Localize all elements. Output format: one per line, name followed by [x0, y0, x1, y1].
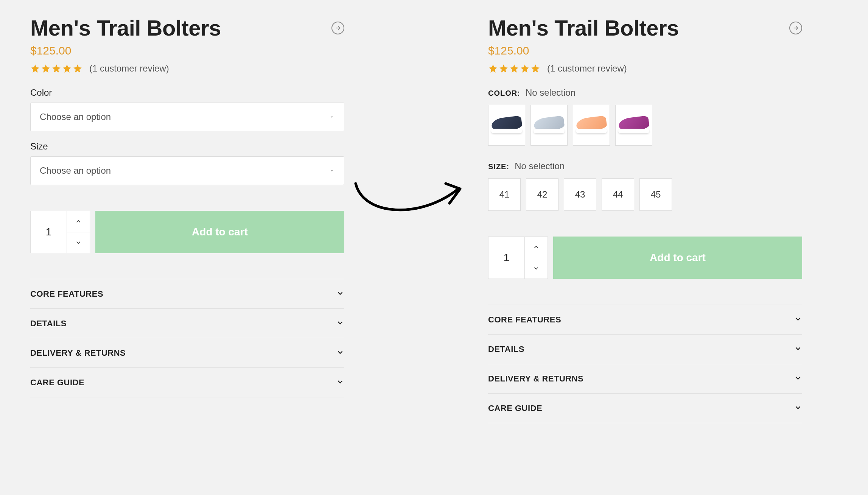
accordion-title: CORE FEATURES	[488, 315, 561, 325]
accordion-item-core-features[interactable]: CORE FEATURES	[30, 279, 344, 309]
accordion-title: CARE GUIDE	[488, 403, 542, 413]
star-icon	[73, 64, 82, 73]
rating-stars	[488, 64, 540, 73]
quantity-value[interactable]: 1	[488, 237, 525, 279]
color-swatches	[488, 105, 802, 146]
review-count[interactable]: (1 customer review)	[89, 63, 169, 74]
star-icon	[51, 64, 61, 73]
quantity-stepper: 1	[488, 237, 548, 279]
rating-row: (1 customer review)	[30, 63, 344, 74]
quantity-down-button[interactable]	[67, 232, 90, 253]
size-swatch-42[interactable]: 42	[526, 178, 558, 211]
accordion-item-care-guide[interactable]: CARE GUIDE	[30, 368, 344, 397]
product-title: Men's Trail Bolters	[30, 15, 221, 40]
size-select-placeholder: Choose an option	[40, 165, 111, 176]
title-row: Men's Trail Bolters	[30, 15, 344, 40]
accordion-title: DETAILS	[488, 344, 524, 354]
shoe-thumbnail-icon	[619, 117, 649, 134]
accordion-item-delivery-returns[interactable]: DELIVERY & RETURNS	[30, 338, 344, 368]
chevron-down-icon	[336, 348, 344, 358]
color-select-placeholder: Choose an option	[40, 112, 111, 122]
cart-row: 1 Add to cart	[488, 237, 802, 279]
accordion: CORE FEATURES DETAILS DELIVERY & RETURNS…	[30, 279, 344, 397]
color-select[interactable]: Choose an option	[30, 103, 344, 131]
quantity-stepper: 1	[30, 211, 90, 253]
quantity-down-button[interactable]	[525, 258, 548, 279]
product-price: $125.00	[30, 44, 344, 57]
size-swatch-label-row: SIZE: No selection	[488, 161, 802, 171]
star-icon	[30, 64, 40, 73]
size-label: Size	[30, 141, 344, 152]
chevron-down-icon	[794, 403, 802, 413]
star-icon	[62, 64, 72, 73]
accordion-item-details[interactable]: DETAILS	[488, 335, 802, 364]
product-title: Men's Trail Bolters	[488, 15, 679, 40]
chevron-down-icon	[336, 378, 344, 388]
add-to-cart-button[interactable]: Add to cart	[553, 237, 802, 279]
star-icon	[499, 64, 509, 73]
color-label: Color	[30, 87, 344, 98]
caret-down-icon	[329, 165, 335, 176]
shoe-thumbnail-icon	[534, 117, 564, 134]
color-label: COLOR:	[488, 89, 520, 98]
shoe-thumbnail-icon	[576, 117, 607, 134]
accordion-item-details[interactable]: DETAILS	[30, 309, 344, 338]
accordion-title: DETAILS	[30, 319, 67, 328]
chevron-down-icon	[336, 319, 344, 328]
arrow-right-circle-icon[interactable]	[331, 22, 344, 34]
size-selection-value: No selection	[515, 161, 565, 171]
flow-arrow-icon	[352, 176, 465, 225]
size-swatch-43[interactable]: 43	[564, 178, 596, 211]
color-swatch-label-row: COLOR: No selection	[488, 87, 802, 98]
color-swatch-navy[interactable]	[488, 105, 525, 146]
quantity-up-button[interactable]	[67, 211, 90, 232]
quantity-up-button[interactable]	[525, 237, 548, 258]
quantity-value[interactable]: 1	[31, 211, 67, 253]
color-swatch-plum[interactable]	[615, 105, 652, 146]
product-panel-after: Men's Trail Bolters $125.00 (1 customer …	[488, 15, 802, 423]
quantity-controls	[525, 237, 548, 279]
chevron-down-icon	[336, 289, 344, 299]
arrow-right-circle-icon[interactable]	[789, 22, 802, 34]
add-to-cart-button[interactable]: Add to cart	[95, 211, 344, 253]
size-swatch-41[interactable]: 41	[488, 178, 521, 211]
product-panel-before: Men's Trail Bolters $125.00 (1 customer …	[30, 15, 344, 397]
size-select[interactable]: Choose an option	[30, 156, 344, 185]
cart-row: 1 Add to cart	[30, 211, 344, 253]
size-label: SIZE:	[488, 162, 509, 171]
star-icon	[530, 64, 540, 73]
accordion-item-core-features[interactable]: CORE FEATURES	[488, 305, 802, 335]
star-icon	[41, 64, 51, 73]
star-icon	[520, 64, 530, 73]
star-icon	[509, 64, 519, 73]
size-swatch-45[interactable]: 45	[639, 178, 672, 211]
title-row: Men's Trail Bolters	[488, 15, 802, 40]
star-icon	[488, 64, 498, 73]
color-swatch-peach[interactable]	[573, 105, 610, 146]
size-swatches: 41 42 43 44 45	[488, 178, 802, 211]
shoe-thumbnail-icon	[492, 117, 522, 134]
chevron-down-icon	[794, 374, 802, 384]
accordion-title: CARE GUIDE	[30, 378, 84, 388]
chevron-down-icon	[794, 315, 802, 325]
accordion-title: DELIVERY & RETURNS	[30, 348, 126, 358]
size-swatch-44[interactable]: 44	[602, 178, 634, 211]
product-price: $125.00	[488, 44, 802, 57]
review-count[interactable]: (1 customer review)	[547, 63, 627, 74]
color-variation-block: Color Choose an option	[30, 87, 344, 131]
rating-row: (1 customer review)	[488, 63, 802, 74]
accordion-item-care-guide[interactable]: CARE GUIDE	[488, 394, 802, 423]
accordion: CORE FEATURES DETAILS DELIVERY & RETURNS…	[488, 305, 802, 423]
chevron-down-icon	[794, 344, 802, 354]
color-selection-value: No selection	[526, 87, 576, 98]
rating-stars	[30, 64, 82, 73]
color-swatch-grey[interactable]	[530, 105, 568, 146]
accordion-title: DELIVERY & RETURNS	[488, 374, 583, 384]
caret-down-icon	[329, 112, 335, 122]
size-variation-block: Size Choose an option	[30, 141, 344, 185]
quantity-controls	[67, 211, 90, 253]
accordion-title: CORE FEATURES	[30, 289, 103, 299]
accordion-item-delivery-returns[interactable]: DELIVERY & RETURNS	[488, 364, 802, 394]
